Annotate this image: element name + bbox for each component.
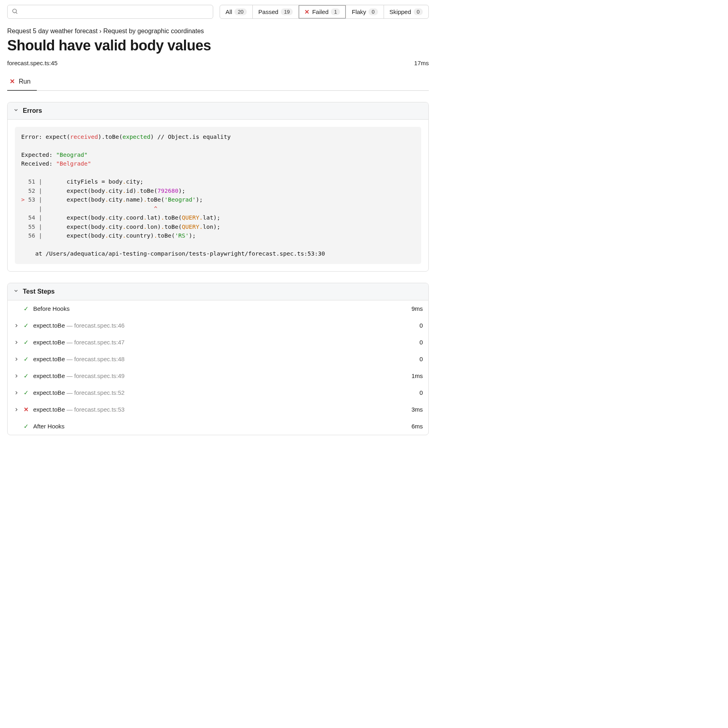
check-icon: ✓ [22, 356, 30, 363]
step-label: Before Hooks [33, 305, 412, 312]
check-icon: ✓ [22, 423, 30, 430]
x-icon: ✕ [304, 8, 310, 16]
x-icon: ✕ [10, 78, 15, 85]
check-icon: ✓ [22, 322, 30, 329]
check-icon: ✓ [22, 339, 30, 346]
filter-flaky-count: 0 [368, 8, 378, 15]
error-code-block: Error: expect(received).toBe(expected) /… [15, 127, 421, 264]
errors-header[interactable]: Errors [8, 102, 428, 120]
chevron-right-icon [13, 373, 20, 379]
chevron-down-icon [13, 107, 19, 114]
svg-point-0 [13, 9, 16, 13]
tab-run[interactable]: ✕ Run [7, 74, 37, 91]
step-row[interactable]: ✓ expect.toBe — forecast.spec.ts:46 0 [8, 317, 428, 334]
search-icon [12, 8, 18, 16]
meta-row: forecast.spec.ts:45 17ms [7, 60, 429, 66]
check-icon: ✓ [22, 389, 30, 396]
x-icon: ✕ [22, 406, 30, 413]
step-row-failed[interactable]: ✕ expect.toBe — forecast.spec.ts:53 3ms [8, 401, 428, 418]
step-duration: 3ms [412, 406, 423, 413]
step-duration: 6ms [412, 423, 423, 430]
chevron-right-icon [13, 390, 20, 396]
test-steps-header[interactable]: Test Steps [8, 283, 428, 300]
step-label: After Hooks [33, 423, 412, 430]
errors-body: Error: expect(received).toBe(expected) /… [8, 120, 428, 271]
test-steps-panel: Test Steps ✓ Before Hooks 9ms ✓ expect.t… [7, 283, 429, 435]
step-duration: 0 [420, 322, 423, 329]
step-after-hooks[interactable]: ✓ After Hooks 6ms [8, 418, 428, 435]
step-row[interactable]: ✓ expect.toBe — forecast.spec.ts:49 1ms [8, 368, 428, 384]
step-label: expect.toBe — forecast.spec.ts:48 [33, 356, 420, 362]
step-duration: 0 [420, 356, 423, 362]
step-duration: 0 [420, 339, 423, 346]
breadcrumb-sep: › [99, 28, 101, 34]
breadcrumb: Request 5 day weather forecast › Request… [7, 28, 429, 35]
file-location: forecast.spec.ts:45 [7, 60, 58, 66]
step-duration: 9ms [412, 305, 423, 312]
filter-all-count: 20 [234, 8, 246, 15]
errors-panel: Errors Error: expect(received).toBe(expe… [7, 102, 429, 272]
filter-tabs: All 20 Passed 19 ✕ Failed 1 Flaky 0 Skip… [220, 5, 429, 19]
step-row[interactable]: ✓ expect.toBe — forecast.spec.ts:47 0 [8, 334, 428, 351]
filter-failed[interactable]: ✕ Failed 1 [298, 5, 346, 19]
step-row[interactable]: ✓ expect.toBe — forecast.spec.ts:48 0 [8, 351, 428, 368]
chevron-right-icon [13, 356, 20, 362]
step-label: expect.toBe — forecast.spec.ts:47 [33, 339, 420, 346]
filter-skipped-label: Skipped [390, 8, 411, 15]
steps-list: ✓ Before Hooks 9ms ✓ expect.toBe — forec… [8, 300, 428, 435]
filter-all[interactable]: All 20 [220, 5, 253, 19]
step-label: expect.toBe — forecast.spec.ts:52 [33, 389, 420, 396]
tab-bar: ✕ Run [7, 74, 429, 91]
filter-passed-count: 19 [281, 8, 293, 15]
top-bar: All 20 Passed 19 ✕ Failed 1 Flaky 0 Skip… [7, 5, 429, 19]
step-before-hooks[interactable]: ✓ Before Hooks 9ms [8, 300, 428, 317]
filter-skipped[interactable]: Skipped 0 [384, 5, 429, 19]
filter-flaky[interactable]: Flaky 0 [346, 5, 384, 19]
step-label: expect.toBe — forecast.spec.ts:46 [33, 322, 420, 329]
page-title: Should have valid body values [7, 37, 429, 54]
chevron-right-icon [13, 407, 20, 412]
step-label: expect.toBe — forecast.spec.ts:49 [33, 372, 412, 379]
check-icon: ✓ [22, 305, 30, 312]
step-row[interactable]: ✓ expect.toBe — forecast.spec.ts:52 0 [8, 384, 428, 401]
chevron-right-icon [13, 323, 20, 328]
chevron-down-icon [13, 288, 19, 295]
step-duration: 0 [420, 389, 423, 396]
filter-passed-label: Passed [258, 8, 278, 15]
filter-failed-count: 1 [331, 8, 340, 15]
breadcrumb-a[interactable]: Request 5 day weather forecast [7, 28, 98, 34]
filter-flaky-label: Flaky [352, 8, 366, 15]
filter-skipped-count: 0 [414, 8, 423, 15]
errors-label: Errors [23, 107, 42, 114]
svg-line-1 [16, 12, 17, 14]
filter-passed[interactable]: Passed 19 [252, 5, 299, 19]
step-label: expect.toBe — forecast.spec.ts:53 [33, 406, 412, 413]
tab-run-label: Run [19, 78, 30, 85]
chevron-right-icon [13, 340, 20, 345]
search-input[interactable] [7, 5, 213, 19]
check-icon: ✓ [22, 372, 30, 380]
test-duration: 17ms [414, 60, 429, 66]
filter-all-label: All [226, 8, 232, 15]
test-steps-label: Test Steps [23, 288, 55, 295]
step-duration: 1ms [412, 372, 423, 379]
breadcrumb-b[interactable]: Request by geographic coordinates [103, 28, 204, 34]
filter-failed-label: Failed [312, 8, 328, 15]
